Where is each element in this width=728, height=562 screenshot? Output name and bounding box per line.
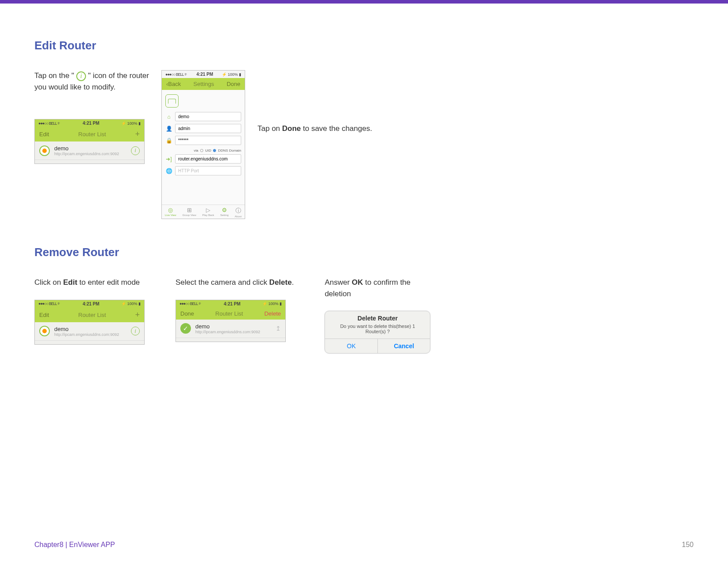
tab-label: Live View (165, 214, 176, 216)
tab-play-back[interactable]: ▷Play Back (202, 207, 214, 218)
nav-back-button[interactable]: ‹Back (166, 81, 181, 87)
router-device-icon (165, 94, 179, 108)
status-battery: ⚡ 100% ▮ (262, 301, 282, 306)
user-icon: 👤 (165, 125, 172, 132)
password-input[interactable] (175, 136, 241, 145)
gear-icon: ⚙ (222, 207, 227, 213)
carrier-signal: ●●●○○ BELL ᯤ (179, 301, 202, 306)
status-time: 4:21 PM (83, 121, 100, 126)
router-status-icon (39, 326, 50, 336)
name-input[interactable] (175, 112, 241, 121)
edit-col-left: Tap on the " i " icon of the router you … (34, 70, 149, 164)
port-input[interactable] (175, 166, 241, 175)
phone-settings: ●●●○○ BELL ᯤ 4:21 PM ⚡ 100% ▮ ‹Back Sett… (161, 70, 245, 219)
nav-bar: ‹Back Settings Done (162, 78, 245, 90)
play-icon: ▷ (206, 207, 210, 213)
nav-edit-button[interactable]: Edit (39, 312, 49, 318)
nav-done-button[interactable]: Done (180, 310, 194, 317)
status-bar: ●●●○○ BELL ᯤ 4:21 PM ⚡ 100% ▮ (176, 300, 285, 308)
carrier-signal: ●●●○○ BELL ᯤ (165, 72, 188, 77)
spacer (176, 338, 285, 342)
wifi-icon: ᯤ (57, 121, 61, 126)
nav-bar: Edit Router List + (35, 127, 144, 141)
tab-setting[interactable]: ⚙Setting (220, 207, 229, 218)
remove-step3: Answer OK to confirm the deletion Delete… (325, 277, 430, 354)
info-icon: i (76, 71, 86, 81)
router-list-item[interactable]: demo http://ipcam.engeniusddns.com:9092 … (35, 141, 144, 160)
login-arrow-icon: ➜] (165, 156, 172, 163)
text-bold: Done (282, 124, 301, 133)
section-edit-router: Edit Router Tap on the " i " icon of the… (34, 39, 694, 219)
tab-live-view[interactable]: ◎Live View (165, 207, 176, 218)
phone-router-list-step1: ●●●○○ BELL ᯤ 4:21 PM ⚡ 100% ▮ Edit Route… (34, 300, 145, 345)
cancel-button[interactable]: Cancel (378, 339, 430, 353)
status-bar: ●●●○○ BELL ᯤ 4:21 PM ⚡ 100% ▮ (162, 71, 245, 78)
domain-input[interactable] (175, 154, 241, 164)
edit-instruction: Tap on the " i " icon of the router you … (34, 70, 149, 93)
field-name-row: ⌂ (165, 112, 241, 121)
status-time: 4:21 PM (224, 301, 241, 306)
text: to save the changes. (301, 124, 372, 133)
router-item-url: http://ipcam.engeniusddns.com:9092 (54, 152, 131, 156)
step3-instruction: Answer OK to confirm the deletion (325, 277, 430, 299)
remove-row: Click on Edit to enter edit mode ●●●○○ B… (34, 277, 694, 354)
router-item-url: http://ipcam.engeniusddns.com:9092 (54, 332, 131, 337)
footer-chapter: Chapter8 | EnViewer APP (34, 541, 115, 549)
carrier-signal: ●●●○○ BELL ᯤ (38, 121, 61, 126)
nav-edit-button[interactable]: Edit (39, 131, 49, 138)
wifi-icon: ᯤ (184, 72, 188, 77)
step1-instruction: Click on Edit to enter edit mode (34, 277, 145, 288)
text-bold: Delete (269, 278, 292, 287)
settings-form: ⌂ 👤 🔒 via UID (162, 90, 245, 205)
status-bar: ●●●○○ BELL ᯤ 4:21 PM ⚡ 100% ▮ (35, 300, 144, 308)
nav-bar: Edit Router List + (35, 308, 144, 322)
info-icon: ⓘ (235, 207, 241, 215)
heading-remove-router: Remove Router (34, 246, 694, 259)
bottom-tab-bar: ◎Live View ⊞Group View ▷Play Back ⚙Setti… (162, 205, 245, 219)
edit-col-right: Tap on Done to save the changes. (258, 70, 372, 134)
router-list-item[interactable]: demo http://ipcam.engeniusddns.com:9092 … (35, 322, 144, 341)
lock-icon: 🔒 (165, 137, 172, 144)
tab-label: Group View (183, 214, 196, 216)
status-battery: ⚡ 100% ▮ (222, 72, 241, 77)
router-item-url: http://ipcam.engeniusddns.com:9092 (195, 330, 276, 334)
router-list-item-selected[interactable]: ✓ demo http://ipcam.engeniusddns.com:909… (176, 320, 285, 338)
remove-step2: Select the camera and click Delete. ●●●○… (175, 277, 294, 342)
spacer (35, 341, 144, 344)
text: to enter edit mode (77, 278, 140, 287)
router-status-icon (39, 145, 50, 156)
status-battery: ⚡ 100% ▮ (121, 301, 141, 306)
dialog-message: Do you want to delete this(these) 1 Rout… (325, 323, 430, 339)
text: Select the camera and click (175, 278, 269, 287)
text: Tap on (258, 124, 282, 133)
text: Delete (358, 315, 378, 322)
via-ddns-radio[interactable] (213, 149, 216, 152)
dialog-buttons: OK Cancel (325, 339, 430, 353)
nav-delete-button[interactable]: Delete (264, 310, 281, 317)
nav-add-button[interactable]: + (135, 310, 140, 320)
connection-via-row: via UID DDNS Domain (165, 148, 241, 154)
via-uid-radio[interactable] (200, 149, 203, 152)
tab-group-view[interactable]: ⊞Group View (183, 207, 196, 218)
nav-done-button[interactable]: Done (227, 81, 240, 87)
status-time: 4:21 PM (83, 301, 100, 306)
globe-icon: 🌐 (165, 167, 172, 175)
info-icon[interactable]: i (131, 327, 140, 335)
ok-button[interactable]: OK (325, 339, 378, 353)
status-battery: ⚡ 100% ▮ (121, 121, 141, 126)
tab-about[interactable]: ⓘAbout (235, 207, 242, 218)
share-icon[interactable]: ↥ (276, 325, 281, 332)
router-item-title: demo (195, 323, 276, 330)
dialog-title: Delete Router (325, 311, 430, 323)
grid-icon: ⊞ (187, 207, 192, 213)
nav-title: Router List (215, 310, 243, 317)
via-label: via (194, 149, 198, 153)
top-accent-bar (0, 0, 728, 4)
username-input[interactable] (175, 124, 241, 133)
nav-add-button[interactable]: + (135, 130, 140, 139)
remove-step1: Click on Edit to enter edit mode ●●●○○ B… (34, 277, 145, 345)
router-icon: ⌂ (165, 113, 172, 120)
info-icon[interactable]: i (131, 146, 140, 155)
selected-check-icon: ✓ (180, 323, 191, 334)
wifi-icon: ᯤ (57, 301, 61, 306)
